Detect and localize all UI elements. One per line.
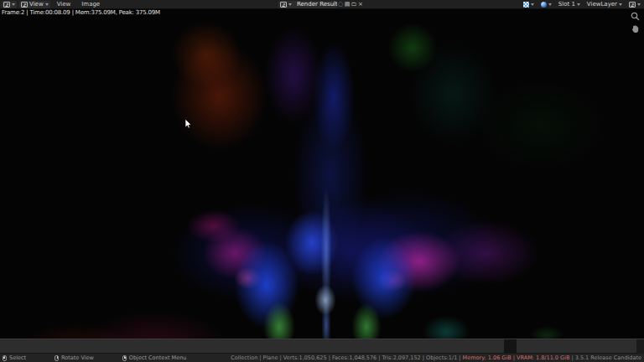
render-slot-label: Slot 1 (558, 1, 575, 8)
chevron-down-icon (637, 3, 641, 6)
pan-hand-icon[interactable] (631, 24, 640, 34)
view-layer-dropdown[interactable]: ViewLayer (585, 1, 624, 8)
color-alpha-checkerboard-icon (523, 2, 529, 8)
chevron-down-icon (288, 3, 292, 6)
unlink-icon[interactable]: × (357, 1, 364, 8)
image-editor-header: View View Image Render Result ◌ ▤ 🗀 × (0, 0, 644, 9)
strip-divider (504, 339, 517, 354)
hint-rotate-view: Rotate View (55, 354, 94, 361)
chevron-down-icon (45, 3, 49, 6)
mouse-cursor (184, 119, 192, 130)
render-result-image[interactable]: Frame:2 | Time:00:08.09 | Mem:375.09M, P… (0, 0, 644, 362)
view-mode-icon (21, 2, 28, 8)
menu-view[interactable]: View (53, 1, 75, 8)
vram-stat: VRAM: 1.8/11.0 GiB (517, 354, 569, 361)
render-pass-icon (629, 2, 636, 8)
render-pass-button[interactable] (627, 1, 642, 8)
browse-image-icon (280, 2, 287, 8)
image-editor-icon (3, 2, 10, 8)
chevron-down-icon (619, 3, 622, 6)
hint-select-label: Select (9, 354, 26, 361)
view-layer-label: ViewLayer (587, 1, 617, 8)
chevron-down-icon (548, 3, 552, 6)
mode-dropdown[interactable]: View (19, 1, 50, 8)
scene-stats-text: Collection | Plane | Verts:1,050,625 | F… (231, 354, 462, 361)
chevron-down-icon (12, 3, 15, 6)
hint-select: Select (3, 354, 26, 361)
blender-render-window: Frame:2 | Time:00:08.09 | Mem:375.09M, P… (0, 0, 644, 362)
bottom-editor-strip[interactable] (0, 339, 644, 354)
mouse-right-button-icon (122, 355, 127, 361)
hint-context-menu: Object Context Menu (122, 354, 187, 361)
mode-dropdown-label: View (29, 1, 44, 8)
chevron-down-icon (577, 3, 580, 6)
viewport-nav-gizmos (630, 12, 640, 34)
strip-edge (636, 339, 644, 354)
browse-image-button[interactable] (278, 1, 293, 8)
render-slot-dropdown[interactable]: Slot 1 (557, 1, 582, 8)
new-image-icon[interactable]: ▤ (344, 1, 351, 8)
display-channels-button[interactable] (522, 1, 536, 8)
image-name-field[interactable]: Render Result (293, 1, 337, 8)
open-image-icon[interactable]: 🗀 (351, 1, 357, 8)
status-bar: Select Rotate View Object Context Menu C… (0, 354, 644, 362)
mouse-left-button-icon (3, 355, 7, 361)
version-text: | 3.5.1 Release Candidate (569, 354, 641, 361)
render-stats-text: Frame:2 | Time:00:08.09 | Mem:375.09M, P… (2, 9, 160, 16)
mouse-middle-button-icon (55, 355, 59, 361)
memory-stat: Memory: 1.06 GiB (463, 354, 512, 361)
zoom-icon[interactable] (631, 12, 640, 21)
hint-rotate-view-label: Rotate View (61, 354, 94, 361)
hint-context-menu-label: Object Context Menu (129, 354, 187, 361)
scene-statistics: Collection | Plane | Verts:1,050,625 | F… (231, 354, 641, 361)
sphere-icon (541, 2, 547, 8)
fake-user-icon[interactable]: ◌ (337, 1, 344, 8)
chevron-down-icon (531, 3, 534, 6)
editor-type-button[interactable] (2, 1, 17, 8)
menu-image[interactable]: Image (77, 1, 104, 8)
view-transform-button[interactable] (539, 1, 553, 8)
